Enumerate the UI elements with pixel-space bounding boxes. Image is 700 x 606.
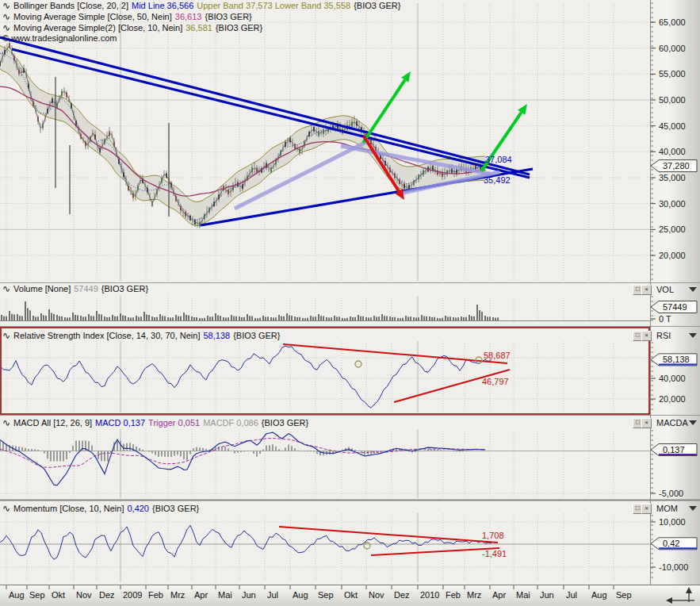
- legend-symbol: {BIO3 GER}: [262, 418, 308, 428]
- legend-symbol: {BIO3 GER}: [101, 284, 148, 293]
- legend-value: 0,420: [127, 504, 149, 513]
- time-axis-label: Mrz: [467, 590, 481, 600]
- axis-label: 40,000: [659, 374, 686, 383]
- touch-point-circle: [355, 361, 361, 367]
- close-button-mom[interactable]: ×: [641, 504, 652, 514]
- time-axis-label: Jul: [566, 590, 577, 600]
- bollinger-mid-line: [0, 53, 485, 219]
- macd-line: [0, 432, 485, 485]
- scroll-up-arrow-head: [686, 587, 692, 593]
- legend-label: Bollinger Bands [Close, 20, 2]: [13, 1, 128, 10]
- value-marker-label: 0,137: [663, 445, 685, 454]
- touch-point-circle: [364, 543, 370, 549]
- axis-label: 40,000: [659, 147, 686, 156]
- series-icon: ∿: [2, 0, 10, 11]
- value-marker-label: 57449: [663, 302, 687, 312]
- legend-label: MACD All [12, 26, 9]: [13, 418, 92, 428]
- value-marker-label: 58,138: [663, 355, 690, 364]
- chart-canvas[interactable]: 37,08435,49258,68746,7971,708-1,49165,00…: [0, 0, 700, 606]
- legend-macdf-value: MACDF 0,086: [203, 418, 258, 428]
- time-axis-label: Aug: [9, 590, 25, 600]
- legend-symbol: {BIO3 GER}: [354, 1, 400, 10]
- price-line: [0, 45, 485, 224]
- legend-label: Volume [None]: [13, 284, 71, 293]
- time-axis-label: Mai: [516, 590, 530, 600]
- series-icon: ∿: [2, 283, 10, 294]
- axis-title-rsi: RSI: [656, 331, 671, 340]
- legend-volume[interactable]: ∿Volume [None]57449{BIO3 GER}: [2, 284, 151, 294]
- axis-label: 65,000: [659, 17, 686, 27]
- chart-window: 37,08435,49258,68746,7971,708-1,49165,00…: [0, 0, 700, 606]
- time-axis-label: Jul: [267, 590, 278, 600]
- axis-menu-arrow-rsi[interactable]: [689, 333, 697, 338]
- momentum-trend-line: [371, 548, 499, 555]
- scroll-left-arrow-head: [666, 597, 672, 604]
- series-icon: ∿: [2, 417, 10, 428]
- legend-macd-value: MACD 0,137: [95, 418, 145, 428]
- legend-bollinger-bands[interactable]: ∿Bollinger Bands [Close, 20, 2]Mid Line …: [2, 1, 404, 11]
- legend-midline-value: Mid Line 36,566: [132, 1, 193, 10]
- axis-label: 55,000: [659, 69, 686, 79]
- legend-sma50[interactable]: ∿Moving Average Simple [Close, 50, Nein]…: [2, 12, 255, 22]
- legend-value: 36,613: [175, 12, 202, 21]
- up-arrow-annotation: [363, 80, 405, 143]
- momentum-annotation-value: 1,708: [482, 531, 504, 540]
- axis-menu-arrow-vol[interactable]: [689, 287, 697, 292]
- axis-label: 0 T: [659, 314, 671, 324]
- price-annotation-value: 35,492: [484, 175, 511, 185]
- legend-symbol: {BIO3 GER}: [205, 12, 251, 21]
- legend-label: Relative Strength Index [Close, 14, 30, …: [13, 331, 200, 340]
- time-axis-label: 2010: [420, 590, 439, 600]
- rsi-annotation-value: 46,797: [482, 377, 509, 386]
- close-button-vol[interactable]: ×: [641, 285, 652, 295]
- rsi-annotation-value: 58,687: [484, 351, 511, 360]
- axis-label: 60,000: [659, 44, 686, 53]
- axis-label: 45,000: [659, 121, 686, 131]
- legend-rsi[interactable]: ∿Relative Strength Index [Close, 14, 30,…: [2, 331, 283, 341]
- momentum-annotation-value: -1,491: [482, 549, 507, 558]
- time-axis-label: Dez: [99, 590, 115, 600]
- time-axis-label: Aug: [293, 590, 308, 600]
- series-icon: ∿: [2, 503, 10, 514]
- time-axis-label: Apr: [492, 590, 506, 600]
- series-icon: ∿: [2, 330, 10, 341]
- axis-label: 25,000: [659, 224, 686, 234]
- time-axis-label: Okt: [344, 590, 358, 600]
- legend-symbol: {BIO3 GER}: [233, 331, 280, 340]
- legend-bands-values: Upper Band 37,573 Lower Band 35,558: [197, 1, 350, 10]
- axis-title-vol: VOL: [656, 285, 674, 294]
- legend-symbol: {BIO3 GER}: [152, 504, 199, 513]
- close-button-macd[interactable]: ×: [641, 418, 652, 428]
- legend-trigger-value: Trigger 0,051: [148, 418, 200, 428]
- legend-value: 36,581: [186, 23, 212, 33]
- time-axis-label: 2009: [123, 590, 142, 600]
- axis-label: 35,000: [659, 173, 686, 182]
- time-axis-label: Apr: [194, 590, 208, 600]
- time-axis-label: Jun: [242, 590, 256, 600]
- legend-value: 57449: [74, 284, 98, 293]
- legend-momentum[interactable]: ∿Momentum [Close, 10, Nein]0,420{BIO3 GE…: [2, 504, 202, 514]
- time-axis-label: Feb: [446, 590, 461, 600]
- price-annotation-value: 37,084: [485, 155, 512, 164]
- close-button-rsi[interactable]: ×: [641, 331, 652, 341]
- time-axis-label: Nov: [76, 590, 92, 600]
- value-marker-label: 37,280: [663, 161, 690, 171]
- legend-label: Momentum [Close, 10, Nein]: [13, 504, 124, 513]
- time-axis-label: Okt: [52, 590, 65, 600]
- time-axis-label: Dez: [394, 590, 410, 600]
- time-axis-label: Nov: [369, 590, 384, 600]
- axis-label: 10,000: [659, 517, 686, 527]
- time-axis-label: Sep: [616, 590, 632, 600]
- legend-label: Moving Average Simple(2) [Close, 10, Nei…: [13, 23, 182, 33]
- axis-label: -5,000: [659, 489, 683, 498]
- bollinger-band-fill: [0, 45, 485, 225]
- time-axis-label: Mrz: [170, 590, 185, 600]
- legend-sma10[interactable]: ∿Moving Average Simple(2) [Close, 10, Ne…: [2, 23, 266, 33]
- watermark: © www.tradesignalonline.com: [2, 33, 120, 44]
- axis-label: 20,000: [659, 394, 686, 404]
- series-icon: ∿: [2, 11, 10, 22]
- legend-macd[interactable]: ∿MACD All [12, 26, 9]MACD 0,137Trigger 0…: [2, 418, 312, 428]
- axis-menu-arrow-mom[interactable]: [689, 506, 697, 511]
- time-axis-label: Jun: [540, 590, 554, 600]
- axis-menu-arrow-macd[interactable]: [689, 420, 697, 425]
